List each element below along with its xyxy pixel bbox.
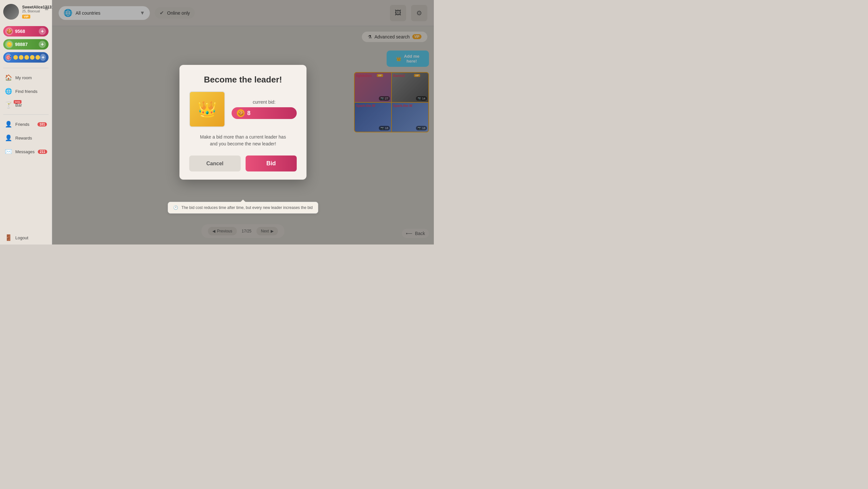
nav-divider (3, 68, 49, 68)
blue-add-button[interactable]: + (40, 54, 46, 61)
messages-icon: ✉️ (5, 148, 12, 155)
profile-name: SweetAlice131313 (22, 5, 56, 9)
profile-sub: 25, Bisexual (22, 9, 56, 13)
modal-title: Become the leader! (189, 75, 297, 85)
currency-bar-green: 🪙 98887 + (3, 39, 49, 50)
modal-description: Make a bid more than a current leader ha… (189, 134, 297, 147)
bid-amount: 🍪 8 (231, 107, 297, 119)
rewards-icon: 👤 (5, 134, 12, 142)
find-friends-label: Find friends (15, 89, 47, 94)
pink-currency-value: 9568 (15, 29, 39, 34)
logout-icon: 🚪 (5, 234, 12, 241)
avatar (3, 4, 19, 20)
main-content: 🌐 All countries ▼ ✔ Online only 🖼 ⚙ ⚗ Ad… (52, 0, 434, 244)
target-currency-icon: 🎯 (5, 54, 11, 61)
coin-currency-icon: 🪙 (5, 40, 13, 48)
crown-large-icon: 👑 (197, 100, 217, 118)
sidebar-item-logout[interactable]: 🚪 Logout (0, 231, 52, 244)
currency-bar-pink: 🍪 9568 + (3, 26, 49, 36)
crown-box: 👑 (189, 91, 225, 127)
hamburger-icon[interactable]: ≡ (44, 5, 49, 12)
currency-bar-blue: 🎯 + (3, 52, 49, 63)
messages-label: Messages (15, 149, 34, 154)
clock-icon: 🕐 (173, 205, 178, 210)
friends-badge: 101 (37, 122, 47, 126)
coin-dot-3 (24, 55, 29, 60)
sidebar-item-rewards[interactable]: 👤 Rewards (0, 131, 52, 145)
profile-info: SweetAlice131313 25, Bisexual VIP (22, 5, 56, 19)
messages-badge: 211 (38, 150, 47, 154)
bid-info: current bid: 🍪 8 (231, 99, 297, 119)
beta-tag: beta (14, 100, 22, 104)
become-leader-modal: Become the leader! 👑 current bid: 🍪 8 Ma… (180, 65, 307, 180)
coin-dots (13, 55, 40, 60)
nav-divider-2 (3, 114, 49, 115)
modal-body: 👑 current bid: 🍪 8 (189, 91, 297, 127)
sidebar: SweetAlice131313 25, Bisexual VIP ≡ 🍪 95… (0, 0, 52, 244)
logout-label: Logout (15, 235, 47, 240)
sidebar-item-friends[interactable]: 👤 Friends 101 (0, 117, 52, 131)
friends-label: Friends (15, 122, 34, 127)
my-room-label: My room (15, 75, 47, 80)
modal-actions: Cancel Bid (189, 155, 297, 171)
vip-badge: VIP (22, 15, 30, 19)
bid-cookie-icon: 🍪 (237, 109, 245, 117)
sidebar-item-bar[interactable]: 🍸 Bar beta (0, 98, 52, 112)
cookie-currency-icon: 🍪 (5, 27, 13, 35)
sidebar-item-messages[interactable]: ✉️ Messages 211 (0, 145, 52, 159)
coin-dot-1 (13, 55, 18, 60)
coin-dot-5 (35, 55, 40, 60)
tooltip-text: The bid cost reduces time after time, bu… (181, 205, 313, 210)
friends-icon: 👤 (5, 121, 12, 128)
sidebar-item-my-room[interactable]: 🏠 My room (0, 71, 52, 84)
green-currency-value: 98887 (15, 42, 39, 47)
green-add-button[interactable]: + (39, 41, 46, 48)
rewards-label: Rewards (15, 136, 47, 141)
coin-dot-2 (19, 55, 24, 60)
coin-dot-4 (30, 55, 34, 60)
current-bid-label: current bid: (231, 99, 297, 105)
profile-area: SweetAlice131313 25, Bisexual VIP ≡ (0, 0, 52, 24)
home-icon: 🏠 (5, 74, 12, 81)
globe-nav-icon: 🌐 (5, 88, 12, 95)
cancel-button[interactable]: Cancel (189, 155, 241, 171)
bid-tooltip: 🕐 The bid cost reduces time after time, … (168, 202, 318, 213)
pink-add-button[interactable]: + (39, 28, 46, 35)
bid-button[interactable]: Bid (246, 155, 297, 171)
bid-value: 8 (247, 110, 250, 117)
currency-bars: 🍪 9568 + 🪙 98887 + 🎯 + (0, 24, 52, 65)
sidebar-item-find-friends[interactable]: 🌐 Find friends (0, 84, 52, 98)
bar-icon: 🍸 (5, 102, 12, 109)
